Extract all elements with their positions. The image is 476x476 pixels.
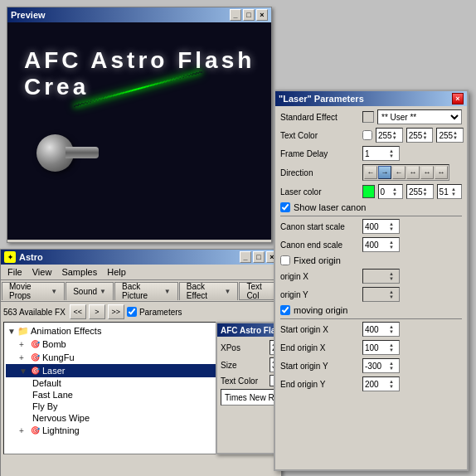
separator-1 [280, 216, 462, 216]
tab-back-effect[interactable]: Back Effect ▼ [179, 282, 239, 300]
laser-color-r-down[interactable]: ▼ [392, 192, 401, 197]
xpos-label: XPos [221, 343, 266, 352]
text-color-b-down[interactable]: ▼ [453, 135, 461, 140]
frame-delay-down[interactable]: ▼ [389, 153, 397, 158]
origin-y-spinbox[interactable]: ▲ ▼ [362, 287, 400, 302]
menu-help[interactable]: Help [102, 265, 131, 279]
nav-prev-prev[interactable]: << [70, 304, 86, 319]
start-origin-y-down[interactable]: ▼ [389, 366, 397, 371]
tab-movie-props-label: Movie Props [9, 282, 48, 300]
laser-color-b-spinbox[interactable]: 51 ▲ ▼ [437, 184, 462, 199]
laser-color-swatch[interactable] [362, 185, 375, 198]
subitem-fast-lane-label: Fast Lane [32, 390, 73, 400]
astro-minimize-button[interactable]: _ [240, 251, 251, 263]
start-origin-x-spinbox[interactable]: 400 ▲ ▼ [362, 322, 400, 337]
end-origin-x-spinbox[interactable]: 100 ▲ ▼ [362, 340, 400, 355]
laser-color-r-spinbox[interactable]: 0 ▲ ▼ [378, 184, 403, 199]
end-origin-x-down[interactable]: ▼ [389, 347, 397, 352]
tab-back-picture-arrow: ▼ [164, 288, 171, 295]
kungfu-expand-icon: + [19, 353, 27, 362]
show-canon-checkbox[interactable] [280, 202, 290, 212]
astro-title: Astro [19, 252, 43, 262]
show-canon-label: Show laser canon [294, 202, 366, 212]
minimize-button[interactable]: _ [230, 9, 241, 21]
astro-maximize-button[interactable]: □ [253, 251, 265, 263]
frame-delay-label: Frame Delay [280, 149, 359, 158]
fx-controls-row: 563 Available FX << > >> Parameters [3, 304, 279, 319]
text-color-g-value: 255 [409, 131, 423, 140]
canon-end-label: Canon end scale [280, 240, 359, 250]
params-label: Parameters [139, 308, 182, 317]
category-label: Animation Effects [31, 326, 101, 336]
end-origin-x-value: 100 [365, 343, 389, 352]
direction-arrows-group: ← → ← ↔ ↔ ↔ [362, 164, 449, 181]
text-color-r-spinbox[interactable]: 255 ▲ ▼ [376, 128, 403, 143]
tab-back-picture-label: Back Picture [122, 282, 162, 300]
laser-color-b-down[interactable]: ▼ [451, 192, 459, 197]
close-button[interactable]: × [256, 9, 268, 21]
dir-btn-both1[interactable]: ↔ [406, 166, 420, 179]
laser-icon: 🎯 [29, 365, 41, 376]
origin-x-down[interactable]: ▼ [389, 276, 397, 281]
origin-x-spinbox[interactable]: ▲ ▼ [362, 269, 400, 284]
preview-window: Preview _ □ × AFC Astro Flash Crea [7, 7, 272, 243]
text-color-checkbox[interactable] [362, 130, 372, 140]
text-color-g-down[interactable]: ▼ [422, 135, 430, 140]
laser-params-close-button[interactable]: × [452, 93, 464, 104]
nav-next[interactable]: > [89, 304, 105, 319]
tab-sound[interactable]: Sound ▼ [66, 282, 114, 300]
laser-params-window: "Laser" Parameters × Standard Effect ** … [274, 90, 469, 471]
tab-back-picture[interactable]: Back Picture ▼ [114, 282, 178, 300]
laser-color-g-spinbox[interactable]: 255 ▲ ▼ [406, 184, 434, 199]
canon-start-down[interactable]: ▼ [389, 226, 397, 231]
tab-movie-props[interactable]: Movie Props ▼ [2, 282, 65, 300]
end-origin-y-down[interactable]: ▼ [389, 384, 397, 389]
frame-delay-spinbox[interactable]: 1 ▲ ▼ [362, 146, 400, 161]
start-origin-x-down[interactable]: ▼ [389, 329, 397, 334]
kungfu-icon: 🎯 [29, 352, 41, 363]
params-checkbox-row: Parameters [127, 307, 182, 317]
preview-animation-text: AFC Astro Flash Crea [24, 47, 271, 100]
menu-bar: File View Samples Help [1, 265, 281, 280]
preview-titlebar: Preview _ □ × [7, 7, 271, 22]
text-color-g-spinbox[interactable]: 255 ▲ ▼ [406, 128, 434, 143]
tab-sound-label: Sound [73, 287, 97, 296]
maximize-button[interactable]: □ [243, 9, 255, 21]
standard-effect-dropdown[interactable]: ** User ** Default Fast Lane [377, 109, 462, 124]
preview-titlebar-buttons: _ □ × [230, 9, 268, 21]
menu-samples[interactable]: Samples [56, 265, 102, 279]
origin-y-arrows: ▲ ▼ [389, 289, 397, 299]
dir-btn-both2[interactable]: ↔ [420, 166, 434, 179]
menu-file[interactable]: File [2, 265, 27, 279]
lp-row-origin-x: origin X ▲ ▼ [280, 269, 462, 284]
laser-color-b-value: 51 [440, 187, 451, 197]
text-color-r-down[interactable]: ▼ [392, 135, 401, 140]
standard-effect-checkbox[interactable] [362, 111, 374, 123]
start-origin-y-spinbox[interactable]: -300 ▲ ▼ [362, 358, 400, 373]
canon-end-down[interactable]: ▼ [389, 245, 397, 250]
dir-btn-left2[interactable]: ← [392, 166, 406, 179]
text-color-b-spinbox[interactable]: 255 ▲ ▼ [436, 128, 464, 143]
text-color-lp-label: Text Color [280, 131, 359, 140]
preview-canvas: AFC Astro Flash Crea [7, 22, 271, 240]
laser-params-title: "Laser" Parameters [279, 94, 364, 104]
dir-btn-right[interactable]: → [378, 166, 391, 179]
origin-y-down[interactable]: ▼ [389, 294, 397, 299]
standard-effect-label: Standard Effect [280, 113, 359, 122]
canon-start-spinbox[interactable]: 400 ▲ ▼ [362, 219, 400, 234]
lp-row-start-origin-y: Start origin Y -300 ▲ ▼ [280, 358, 462, 373]
dir-btn-both3[interactable]: ↔ [435, 166, 448, 179]
nav-next-next[interactable]: >> [108, 304, 124, 319]
moving-origin-checkbox[interactable] [280, 305, 290, 315]
lp-row-text-color: Text Color 255 ▲ ▼ 255 ▲ ▼ 255 ▲ [280, 128, 462, 143]
text-color-b-arrows: ▲ ▼ [453, 130, 461, 140]
menu-view[interactable]: View [27, 265, 57, 279]
laser-color-r-value: 0 [381, 187, 392, 197]
params-checkbox[interactable] [127, 307, 137, 317]
end-origin-y-spinbox[interactable]: 200 ▲ ▼ [362, 376, 400, 391]
fixed-origin-checkbox[interactable] [280, 255, 290, 265]
laser-color-g-down[interactable]: ▼ [423, 192, 431, 197]
dir-btn-left[interactable]: ← [364, 166, 377, 179]
tab-back-effect-label: Back Effect [187, 282, 222, 300]
canon-end-spinbox[interactable]: 400 ▲ ▼ [362, 237, 400, 252]
